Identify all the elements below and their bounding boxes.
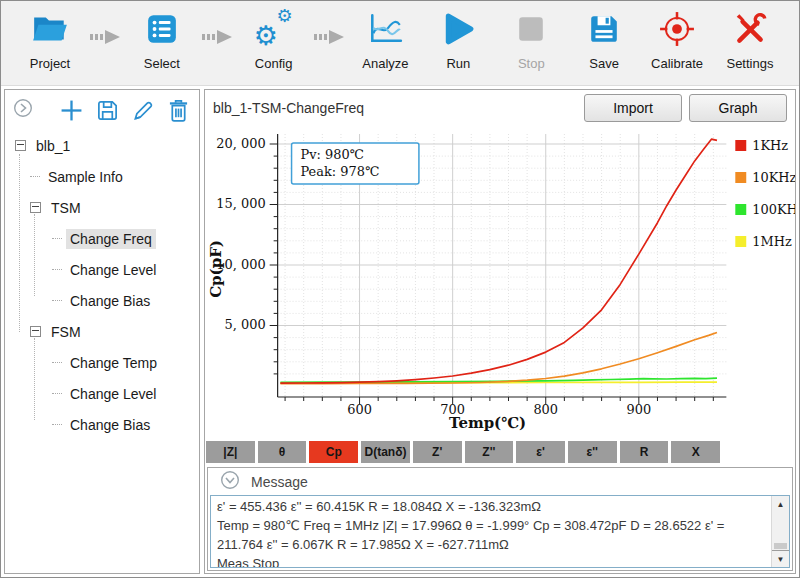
param-tab-4[interactable]: Z': [413, 441, 462, 463]
param-tab-9[interactable]: X: [671, 441, 720, 463]
chart-icon: [367, 7, 403, 51]
tool-label: Project: [26, 54, 74, 73]
tree-item-fsm[interactable]: FSM: [5, 316, 199, 347]
tree-item-label: Change Bias: [66, 291, 154, 311]
collapse-message-button[interactable]: [220, 470, 240, 494]
param-tab-2[interactable]: Cp: [309, 441, 358, 463]
tree-connector: [52, 362, 62, 363]
svg-text:600: 600: [347, 402, 372, 417]
settings-button[interactable]: Settings: [717, 7, 783, 79]
tree-item-change-level[interactable]: Change Level: [5, 254, 199, 285]
project-button[interactable]: Project: [17, 7, 83, 79]
svg-text:100KHz: 100KHz: [752, 202, 795, 217]
svg-text:Temp(℃): Temp(℃): [449, 414, 526, 432]
tree-item-change-freq[interactable]: Change Freq: [5, 223, 199, 254]
tool-label: Stop: [514, 54, 549, 73]
log-line: ε' = 455.436 ε'' = 60.415K R = 18.084Ω X…: [217, 497, 767, 516]
param-tab-8[interactable]: R: [620, 441, 669, 463]
tree-item-sample-info[interactable]: Sample Info: [5, 161, 199, 192]
svg-text:10KHz: 10KHz: [752, 170, 795, 185]
tree-item-label: Change Freq: [66, 229, 156, 249]
tool-label: Config: [251, 54, 297, 73]
scrollbar[interactable]: ▲ ▼: [771, 496, 789, 567]
main-panel: blb_1-TSM-ChangeFreq Import Graph 600700…: [204, 89, 796, 574]
tree-item-tsm[interactable]: TSM: [5, 192, 199, 223]
param-tab-1[interactable]: θ: [258, 441, 307, 463]
collapse-box-icon[interactable]: [30, 202, 41, 213]
scroll-thumb[interactable]: [774, 543, 787, 549]
add-button[interactable]: [60, 99, 83, 122]
log-line: Meas Stop: [217, 554, 767, 568]
tree-connector: [52, 269, 62, 270]
tree-connector: [52, 238, 62, 239]
message-title: Message: [251, 474, 308, 490]
tree-item-label: Change Bias: [66, 415, 154, 435]
tree-item-label: Sample Info: [44, 167, 127, 187]
svg-text:1KHz: 1KHz: [752, 138, 788, 153]
stop-icon: [516, 7, 546, 51]
tree-connector: [52, 300, 62, 301]
save-button[interactable]: Save: [571, 7, 637, 79]
scroll-up-icon[interactable]: ▲: [772, 496, 789, 512]
import-button[interactable]: Import: [584, 94, 682, 122]
page-title: blb_1-TSM-ChangeFreq: [213, 100, 364, 116]
config-button[interactable]: ⚙⚙ Config: [241, 7, 307, 79]
tree-item-label: FSM: [47, 322, 85, 342]
tool-label: Run: [442, 54, 474, 73]
gears-icon: ⚙⚙: [254, 7, 294, 51]
floppy-icon: [588, 7, 620, 51]
svg-text:1MHz: 1MHz: [752, 234, 792, 249]
message-header: Message: [208, 468, 792, 495]
tool-label: Save: [585, 54, 623, 73]
run-button[interactable]: Run: [425, 7, 491, 79]
param-tab-6[interactable]: ε': [516, 441, 565, 463]
tree-connector: [52, 393, 62, 394]
project-tree-panel: blb_1Sample InfoTSMChange FreqChange Lev…: [4, 89, 200, 574]
delete-button[interactable]: [168, 99, 189, 122]
play-icon: [441, 7, 475, 51]
message-log[interactable]: ▲ ▼ ε' = 455.436 ε'' = 60.415K R = 18.08…: [210, 495, 790, 568]
select-button[interactable]: Select: [129, 7, 195, 79]
param-tab-7[interactable]: ε'': [568, 441, 617, 463]
tree-item-change-level[interactable]: Change Level: [5, 378, 199, 409]
svg-text:15, 000: 15, 000: [216, 196, 265, 211]
cp-chart: 6007008009005, 00010, 00015, 00020, 000T…: [205, 122, 795, 439]
collapse-panel-button[interactable]: [13, 98, 33, 122]
tree-item-change-temp[interactable]: Change Temp: [5, 347, 199, 378]
tree-connector: [52, 424, 62, 425]
svg-text:900: 900: [627, 402, 652, 417]
scroll-down-icon[interactable]: ▼: [772, 550, 789, 567]
graph-button[interactable]: Graph: [689, 94, 787, 122]
svg-text:Peak: 978℃: Peak: 978℃: [301, 164, 380, 179]
tree-item-label: Change Temp: [66, 353, 161, 373]
edit-button[interactable]: [132, 99, 155, 122]
app-window: { "toolbar": { "items": [ {"id":"project…: [0, 0, 800, 578]
tree-item-change-bias[interactable]: Change Bias: [5, 285, 199, 316]
calibrate-button[interactable]: Calibrate: [644, 7, 710, 79]
flow-arrow-icon: [90, 29, 122, 49]
tree-item-change-bias[interactable]: Change Bias: [5, 409, 199, 440]
param-tab-3[interactable]: D(tanδ): [361, 441, 410, 463]
log-line: 211.764 ε'' = 6.067K R = 17.985Ω X = -62…: [217, 535, 767, 554]
save-project-button[interactable]: [96, 99, 119, 122]
main-header: blb_1-TSM-ChangeFreq Import Graph: [205, 90, 795, 122]
log-line: Temp = 980℃ Freq = 1MHz |Z| = 17.996Ω θ …: [217, 516, 767, 535]
parameter-tabbar: |Z|θCpD(tanδ)Z'Z''ε'ε''RX: [206, 441, 720, 463]
stop-button: Stop: [498, 7, 564, 79]
analyze-button[interactable]: Analyze: [352, 7, 418, 79]
toolbar: Project Select ⚙⚙ Config: [1, 1, 799, 86]
tree-item-label: TSM: [47, 198, 85, 218]
tree-item-label: blb_1: [32, 136, 74, 156]
flow-arrow-icon: [314, 29, 346, 49]
folder-icon: [31, 7, 69, 51]
param-tab-0[interactable]: |Z|: [206, 441, 255, 463]
collapse-box-icon[interactable]: [15, 140, 26, 151]
collapse-box-icon[interactable]: [30, 326, 41, 337]
tool-label: Select: [140, 54, 184, 73]
tools-icon: [732, 7, 768, 51]
tool-label: Calibrate: [647, 54, 707, 73]
tree-item-blb-1[interactable]: blb_1: [5, 130, 199, 161]
svg-text:5, 000: 5, 000: [225, 317, 266, 332]
param-tab-5[interactable]: Z'': [465, 441, 514, 463]
tree-item-label: Change Level: [66, 260, 160, 280]
